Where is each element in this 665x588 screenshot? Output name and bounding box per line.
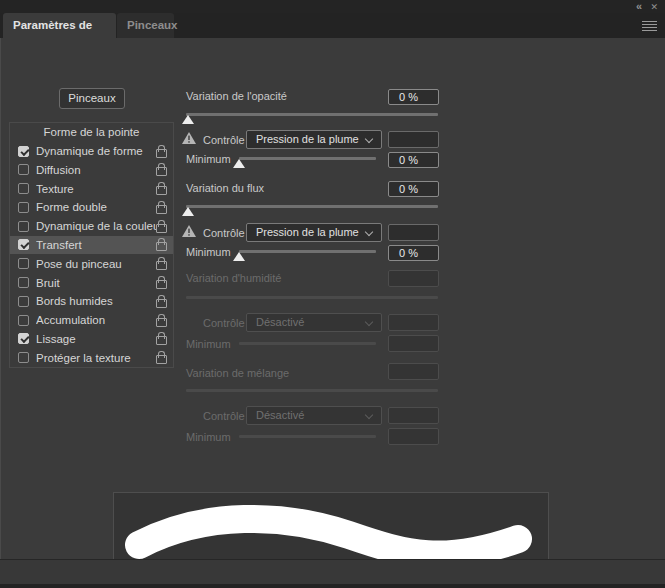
sidebar-item-label: Texture (36, 183, 156, 195)
chevron-down-icon (365, 318, 373, 326)
flow-jitter-slider[interactable] (186, 205, 438, 208)
checkbox-icon[interactable] (18, 202, 29, 213)
wetness-minimum-slider (239, 342, 376, 345)
minimum-label: Minimum (186, 431, 231, 443)
sidebar-item-texture[interactable]: Texture (10, 179, 173, 198)
sidebar-item-transfer[interactable]: Transfert (10, 236, 173, 255)
sidebar-item-noise[interactable]: Bruit (10, 273, 173, 292)
minimum-label: Minimum (186, 153, 231, 165)
opacity-minimum-slider[interactable] (239, 157, 376, 160)
control-label: Contrôle : (203, 227, 251, 239)
chevron-down-icon (365, 135, 373, 143)
minimum-label: Minimum (186, 246, 231, 258)
panel-menu-icon[interactable] (642, 21, 657, 31)
sidebar-item-protect-texture[interactable]: Protéger la texture (10, 348, 173, 367)
panel-tabbar: Paramètres de forme Pinceaux (0, 13, 665, 38)
window-bottom-edge (0, 584, 665, 588)
sidebar-item-label: Lissage (36, 333, 156, 345)
chevron-down-icon (365, 228, 373, 236)
sidebar-item-label: Bords humides (36, 295, 156, 307)
brush-options-list: Forme de la pointe Dynamique de forme Di… (9, 122, 174, 368)
sidebar-item-label: Accumulation (36, 314, 156, 326)
lock-icon[interactable] (156, 238, 167, 251)
sidebar-item-color-dynamics[interactable]: Dynamique de la couleur (10, 217, 173, 236)
collapse-panel-icon[interactable]: « (636, 0, 641, 13)
checkbox-icon[interactable] (18, 277, 29, 288)
lock-icon[interactable] (156, 257, 167, 270)
opacity-jitter-value[interactable]: 0 % (388, 89, 439, 105)
wetness-control-dropdown: Désactivé (246, 313, 382, 332)
wetness-control-value (388, 314, 439, 331)
opacity-control-value[interactable] (388, 131, 439, 148)
sidebar-item-label: Protéger la texture (36, 352, 156, 364)
sidebar-item-scattering[interactable]: Diffusion (10, 161, 173, 180)
lock-icon[interactable] (156, 145, 167, 158)
brush-settings-panel: « ✕ Paramètres de forme Pinceaux Pinceau… (0, 0, 665, 588)
flow-jitter-label: Variation du flux (186, 182, 264, 194)
wetness-jitter-slider (186, 296, 438, 299)
opacity-jitter-slider[interactable] (186, 113, 438, 116)
flow-minimum-slider-thumb[interactable] (233, 252, 245, 261)
sidebar-item-build-up[interactable]: Accumulation (10, 311, 173, 330)
control-label: Contrôle : (203, 410, 251, 422)
checkbox-icon[interactable] (18, 164, 29, 175)
lock-icon[interactable] (156, 182, 167, 195)
wetness-jitter-label: Variation d'humidité (186, 272, 281, 284)
checkbox-icon[interactable] (18, 183, 29, 194)
mix-minimum-slider (239, 435, 376, 438)
flow-control-value[interactable] (388, 224, 439, 241)
dropdown-value: Pression de la plume (256, 226, 359, 238)
tab-brushes[interactable]: Pinceaux (117, 13, 174, 38)
opacity-jitter-slider-thumb[interactable] (182, 115, 194, 124)
checkbox-icon[interactable] (18, 352, 29, 363)
lock-icon[interactable] (156, 163, 167, 176)
flow-minimum-value[interactable]: 0 % (388, 245, 439, 261)
panel-footer: + (0, 559, 665, 584)
checkbox-icon[interactable] (18, 258, 29, 269)
checkbox-icon[interactable] (18, 296, 29, 307)
sidebar-item-label: Diffusion (36, 164, 156, 176)
sidebar-item-label: Dynamique de la couleur (36, 220, 156, 232)
warning-icon (182, 132, 196, 144)
checkbox-icon[interactable] (18, 333, 29, 344)
lock-icon[interactable] (156, 351, 167, 364)
dropdown-value: Désactivé (256, 316, 304, 328)
chevron-down-icon (365, 411, 373, 419)
panel-titlebar: « ✕ (0, 0, 665, 13)
mix-jitter-value (388, 363, 439, 380)
flow-jitter-slider-thumb[interactable] (182, 207, 194, 216)
checkbox-icon[interactable] (18, 221, 29, 232)
sidebar-item-dual-brush[interactable]: Forme double (10, 198, 173, 217)
lock-icon[interactable] (156, 276, 167, 289)
control-label: Contrôle : (203, 317, 251, 329)
wetness-jitter-value (388, 270, 439, 287)
mix-jitter-label: Variation de mélange (186, 367, 289, 379)
panel-body: Pinceaux Forme de la pointe Dynamique de… (0, 38, 665, 559)
sidebar-item-tip-shape[interactable]: Forme de la pointe (10, 123, 173, 142)
lock-icon[interactable] (156, 314, 167, 327)
lock-icon[interactable] (156, 201, 167, 214)
mix-control-dropdown: Désactivé (246, 406, 382, 425)
flow-jitter-value[interactable]: 0 % (388, 181, 439, 197)
checkbox-icon[interactable] (18, 315, 29, 326)
flow-minimum-slider[interactable] (239, 250, 376, 253)
checkbox-icon[interactable] (18, 146, 29, 157)
checkbox-icon[interactable] (18, 239, 29, 250)
sidebar-item-label: Dynamique de forme (36, 145, 156, 157)
lock-icon[interactable] (156, 220, 167, 233)
opacity-minimum-value[interactable]: 0 % (388, 152, 439, 168)
sidebar-item-label: Bruit (36, 277, 156, 289)
sidebar-item-shape-dynamics[interactable]: Dynamique de forme (10, 142, 173, 161)
minimum-label: Minimum (186, 338, 231, 350)
sidebar-item-brush-pose[interactable]: Pose du pinceau (10, 254, 173, 273)
sidebar-item-smoothing[interactable]: Lissage (10, 329, 173, 348)
opacity-minimum-slider-thumb[interactable] (233, 159, 245, 168)
flow-control-dropdown[interactable]: Pression de la plume (246, 223, 382, 242)
sidebar-item-wet-edges[interactable]: Bords humides (10, 292, 173, 311)
tab-brush-settings[interactable]: Paramètres de forme (3, 13, 116, 38)
lock-icon[interactable] (156, 332, 167, 345)
opacity-control-dropdown[interactable]: Pression de la plume (246, 130, 382, 149)
lock-icon[interactable] (156, 295, 167, 308)
mix-control-value (388, 407, 439, 424)
brushes-button[interactable]: Pinceaux (59, 88, 125, 109)
